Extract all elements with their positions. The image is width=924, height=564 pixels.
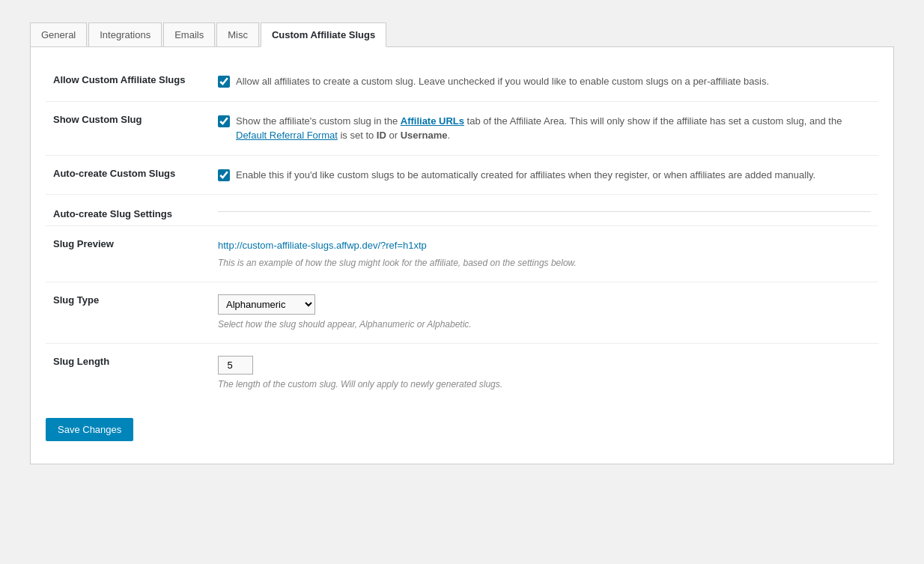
slug-preview-url: http://custom-affiliate-slugs.affwp.dev/… bbox=[218, 238, 871, 253]
auto-create-slugs-row: Auto-create Custom Slugs Enable this if … bbox=[46, 155, 878, 195]
auto-create-slugs-description: Enable this if you'd like custom slugs t… bbox=[236, 168, 815, 183]
auto-create-slug-settings-label: Auto-create Slug Settings bbox=[46, 195, 210, 226]
auto-create-slugs-label: Auto-create Custom Slugs bbox=[46, 155, 210, 195]
auto-create-slugs-checkbox[interactable] bbox=[218, 169, 230, 181]
tab-misc[interactable]: Misc bbox=[216, 22, 259, 46]
slug-type-value: Alphanumeric Alphabetic Select how the s… bbox=[210, 282, 878, 343]
settings-table: Allow Custom Affiliate Slugs Allow all a… bbox=[46, 62, 878, 403]
show-custom-slug-label: Show Custom Slug bbox=[46, 101, 210, 155]
allow-custom-slugs-label: Allow Custom Affiliate Slugs bbox=[46, 62, 210, 101]
allow-custom-slugs-description: Allow all affiliates to create a custom … bbox=[236, 74, 769, 89]
slug-length-input[interactable] bbox=[219, 357, 252, 374]
tab-integrations[interactable]: Integrations bbox=[88, 22, 162, 46]
slug-preview-value: http://custom-affiliate-slugs.affwp.dev/… bbox=[210, 226, 878, 282]
slug-preview-label: Slug Preview bbox=[46, 226, 210, 282]
auto-create-slug-settings-divider bbox=[210, 195, 878, 226]
slug-type-hint: Select how the slug should appear, Alpha… bbox=[218, 318, 871, 331]
default-referral-format-link[interactable]: Default Referral Format bbox=[236, 130, 338, 141]
slug-preview-row: Slug Preview http://custom-affiliate-slu… bbox=[46, 226, 878, 282]
tab-custom-affiliate-slugs[interactable]: Custom Affiliate Slugs bbox=[261, 22, 386, 47]
show-custom-slug-value: Show the affiliate's custom slug in the … bbox=[210, 101, 878, 155]
show-custom-slug-checkbox[interactable] bbox=[218, 115, 230, 127]
slug-length-input-wrapper bbox=[218, 356, 253, 375]
auto-create-slugs-value: Enable this if you'd like custom slugs t… bbox=[210, 155, 878, 195]
tab-emails[interactable]: Emails bbox=[163, 22, 215, 46]
settings-content: Allow Custom Affiliate Slugs Allow all a… bbox=[30, 47, 894, 464]
show-custom-slug-row: Show Custom Slug Show the affiliate's cu… bbox=[46, 101, 878, 155]
show-custom-slug-description: Show the affiliate's custom slug in the … bbox=[236, 114, 871, 143]
slug-type-label: Slug Type bbox=[46, 282, 210, 343]
affiliate-urls-link[interactable]: Affiliate URLs bbox=[401, 115, 464, 127]
slug-type-select[interactable]: Alphanumeric Alphabetic bbox=[218, 294, 315, 315]
slug-length-hint: The length of the custom slug. Will only… bbox=[218, 377, 871, 391]
save-changes-button[interactable]: Save Changes bbox=[46, 418, 133, 441]
allow-custom-slugs-row: Allow Custom Affiliate Slugs Allow all a… bbox=[46, 62, 878, 101]
tabs-nav: General Integrations Emails Misc Custom … bbox=[30, 22, 894, 47]
allow-custom-slugs-checkbox[interactable] bbox=[218, 76, 230, 88]
auto-create-slug-settings-row: Auto-create Slug Settings bbox=[46, 195, 878, 226]
tab-general[interactable]: General bbox=[30, 22, 87, 46]
slug-length-value: The length of the custom slug. Will only… bbox=[210, 343, 878, 403]
slug-type-row: Slug Type Alphanumeric Alphabetic Select… bbox=[46, 282, 878, 343]
allow-custom-slugs-value: Allow all affiliates to create a custom … bbox=[210, 62, 878, 101]
slug-preview-hint: This is an example of how the slug might… bbox=[218, 256, 871, 270]
slug-length-label: Slug Length bbox=[46, 343, 210, 403]
slug-length-row: Slug Length The length of the custom slu… bbox=[46, 343, 878, 403]
